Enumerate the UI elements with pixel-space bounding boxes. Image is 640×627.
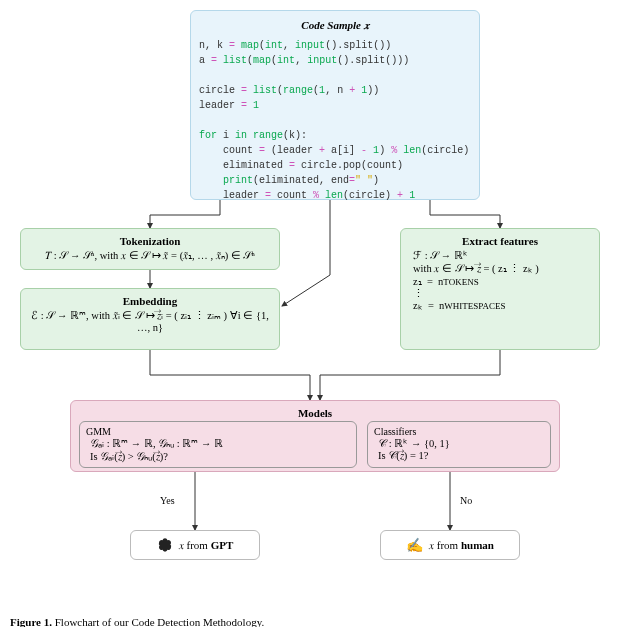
code-sample-content: n, k = map(int, input().split()) a = lis… bbox=[199, 38, 471, 203]
classifiers-title: Classifiers bbox=[374, 426, 544, 437]
models-box: Models GMM 𝒢ₐᵢ : ℝᵐ → ℝ, 𝒢ₕᵤ : ℝᵐ → ℝ Is… bbox=[70, 400, 560, 472]
features-line1: ℱ : 𝒮 → ℝᵏ bbox=[409, 249, 591, 262]
classifiers-line2: Is 𝒞(𝑧⃗) = 1? bbox=[374, 450, 544, 462]
outcome-human-text: 𝑥 from human bbox=[429, 539, 494, 552]
classifiers-line1: 𝒞 : ℝᵏ → {0, 1} bbox=[374, 437, 544, 450]
writing-hand-icon: ✍️ bbox=[406, 537, 423, 554]
tokenization-formula: 𝑇 : 𝒮 → 𝒮ⁿ, with 𝑥 ∈ 𝒮 ↦ 𝑥̃ = (𝑥̃₁, … , … bbox=[29, 249, 271, 262]
figure-caption: Figure 1. Flowchart of our Code Detectio… bbox=[10, 616, 630, 627]
classifiers-subbox: Classifiers 𝒞 : ℝᵏ → {0, 1} Is 𝒞(𝑧⃗) = 1… bbox=[367, 421, 551, 468]
branch-no-label: No bbox=[460, 495, 472, 506]
features-line5: zₖ = nWHITESPACES bbox=[409, 299, 591, 311]
outcome-gpt-text: 𝑥 from GPT bbox=[179, 539, 234, 552]
features-box: Extract features ℱ : 𝒮 → ℝᵏ with 𝑥 ∈ 𝒮 ↦… bbox=[400, 228, 600, 350]
code-sample-box: Code Sample 𝑥 n, k = map(int, input().sp… bbox=[190, 10, 480, 200]
outcome-gpt-box: 𝑥 from GPT bbox=[130, 530, 260, 560]
branch-yes-label: Yes bbox=[160, 495, 175, 506]
outcome-human-box: ✍️ 𝑥 from human bbox=[380, 530, 520, 560]
gpt-icon bbox=[157, 537, 173, 553]
features-line3: z₁ = nTOKENS bbox=[409, 275, 591, 287]
flowchart-canvas: Code Sample 𝑥 n, k = map(int, input().sp… bbox=[10, 10, 630, 610]
gmm-line2: Is 𝒢ₐᵢ(𝑧⃗) > 𝒢ₕᵤ(𝑧⃗)? bbox=[86, 450, 350, 463]
features-line4: ⋮ bbox=[409, 287, 591, 299]
gmm-line1: 𝒢ₐᵢ : ℝᵐ → ℝ, 𝒢ₕᵤ : ℝᵐ → ℝ bbox=[86, 437, 350, 450]
embedding-formula: ℰ : 𝒮 → ℝᵐ, with 𝑥̃ᵢ ∈ 𝒮 ↦ 𝑧⃗ᵢ = ( zᵢ₁ ⋮… bbox=[29, 309, 271, 333]
embedding-box: Embedding ℰ : 𝒮 → ℝᵐ, with 𝑥̃ᵢ ∈ 𝒮 ↦ 𝑧⃗ᵢ… bbox=[20, 288, 280, 350]
embedding-title: Embedding bbox=[29, 295, 271, 307]
caption-label: Figure 1. bbox=[10, 616, 52, 627]
caption-text: Flowchart of our Code Detection Methodol… bbox=[55, 616, 264, 627]
features-line2: with 𝑥 ∈ 𝒮 ↦ 𝑧⃗ = ( z₁ ⋮ zₖ ) bbox=[409, 262, 591, 275]
code-sample-title: Code Sample 𝑥 bbox=[199, 17, 471, 34]
features-title: Extract features bbox=[409, 235, 591, 247]
models-title: Models bbox=[79, 407, 551, 419]
tokenization-title: Tokenization bbox=[29, 235, 271, 247]
gmm-subbox: GMM 𝒢ₐᵢ : ℝᵐ → ℝ, 𝒢ₕᵤ : ℝᵐ → ℝ Is 𝒢ₐᵢ(𝑧⃗… bbox=[79, 421, 357, 468]
gmm-title: GMM bbox=[86, 426, 350, 437]
tokenization-box: Tokenization 𝑇 : 𝒮 → 𝒮ⁿ, with 𝑥 ∈ 𝒮 ↦ 𝑥̃… bbox=[20, 228, 280, 270]
